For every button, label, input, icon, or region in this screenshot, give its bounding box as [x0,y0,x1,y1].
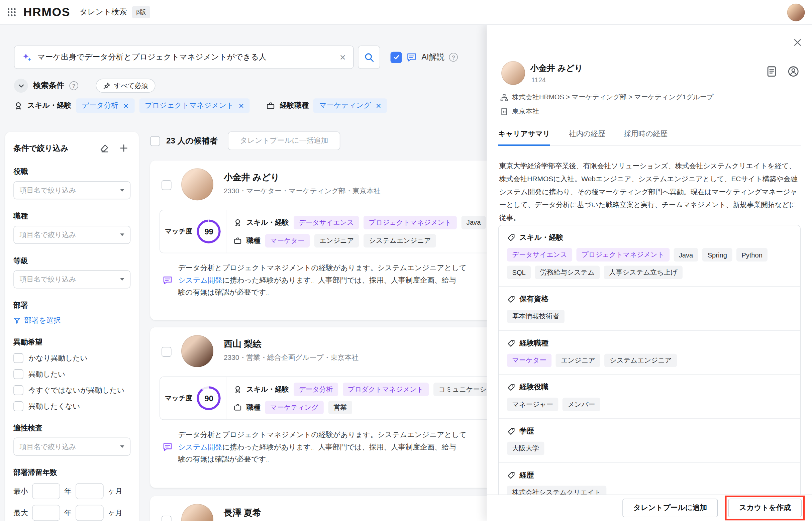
aptitude-filter-select[interactable]: 項目名で絞り込み [14,437,131,455]
section-skills: スキル・経験 データサイエンス プロジェクトマネジメント Java Spring… [499,225,800,287]
certification-chip: 基本情報技術者 [507,310,565,323]
grade-filter-select[interactable]: 項目名で絞り込み [14,270,131,288]
remove-chip-icon[interactable] [376,101,381,109]
filter-chip[interactable]: プロジェクトマネジメント [139,98,250,113]
remove-chip-icon[interactable] [123,101,129,109]
candidate-avatar [181,168,213,200]
chevron-down-icon [120,446,124,448]
report-icon[interactable] [766,65,778,80]
transfer-option[interactable]: 異動したくない [14,401,131,411]
skill-chip: 人事システム立ち上げ [604,266,682,279]
detail-actions [766,65,799,80]
building-icon [500,107,508,115]
skill-chip: Spring [702,248,732,262]
profile-icon[interactable] [787,65,799,80]
tenure-max-year-input[interactable] [32,505,60,521]
tenure-max-row: 最大 年 ヶ月 [14,505,131,521]
highlight-annotation: スカウトを作成 [725,496,805,520]
position-filter-select[interactable]: 項目名で絞り込み [14,181,131,199]
all-required-toggle[interactable]: すべて必須 [96,78,155,93]
tenure-min-year-input[interactable] [32,483,60,499]
add-to-talent-pool-button[interactable]: タレントプールに追加 [623,499,718,517]
conditions-help-icon[interactable] [69,81,78,90]
beta-badge: β版 [132,6,150,18]
transfer-filter-label: 異動希望 [14,338,131,347]
career-summary-text: 東京大学経済学部卒業後、有限会社ソリューションズ、株式会社システムクリエイトを経… [499,159,800,224]
transfer-option[interactable]: 今すぐではないが異動したい [14,385,131,395]
skill-chip: プロダクトマネジメント [342,383,429,396]
checkbox[interactable] [14,369,23,379]
detail-org-path: 株式会社HRMOS > マーケティング部 > マーケティング1グループ [512,93,713,102]
candidate-meta: 2330・営業・総合企画グループ・東京本社 [224,353,359,362]
grade-filter-label: 等級 [14,256,131,266]
skill-badge-icon [233,385,242,393]
checkbox[interactable] [14,385,23,395]
app-title: タレント検索 [80,7,127,17]
ai-explain-checkbox[interactable] [391,51,402,63]
bulk-add-to-pool-button[interactable]: タレントプールに一括追加 [228,131,340,150]
detail-tabs: キャリアサマリ 社内の経歴 採用時の経歴 [498,130,800,146]
tab-hiring-history[interactable]: 採用時の経歴 [624,130,668,146]
app-root: HRMOS タレント検索 β版 [0,0,812,521]
candidate-meta: 2330・マーケター・マーケティング部・東京本社 [224,186,381,196]
close-panel-icon[interactable] [793,39,802,49]
candidate-name[interactable]: 長澤 夏希 [224,507,262,519]
tab-internal-history[interactable]: 社内の経歴 [569,130,605,146]
candidate-detail-panel: 小金井 みどり 1124 株式会社HRMOS > マーケティング部 > マーケテ… [487,25,812,521]
match-score-ring: 99 [197,220,221,244]
section-certifications: 保有資格 基本情報技術者 [499,287,800,331]
jobtype-filter-label: 職種 [14,212,131,221]
detail-office-row: 東京本社 [500,107,539,116]
skill-chip: データサイエンス [294,216,359,229]
all-required-label: すべて必須 [114,81,148,90]
select-department-link[interactable]: 部署を選択 [14,316,131,325]
search-input[interactable] [37,53,334,62]
app-grid-icon[interactable] [7,8,16,16]
job-chip: マーケター [265,234,310,247]
briefcase-icon [267,101,275,110]
add-filter-icon[interactable] [117,141,131,155]
remove-chip-icon[interactable] [239,101,244,109]
detail-office: 東京本社 [512,107,539,116]
detail-footer: タレントプールに追加 スカウトを作成 [487,495,812,521]
candidate-name[interactable]: 西山 梨絵 [224,338,262,350]
detail-org-row: 株式会社HRMOS > マーケティング部 > マーケティング1グループ [500,93,714,102]
candidate-avatar [181,335,213,367]
role-chip: マネージャー [507,398,559,411]
clear-filters-icon[interactable] [97,141,111,155]
ai-bubble-icon [407,52,417,63]
skill-chip: 労務給与システム [535,266,600,279]
tag-icon [507,427,515,436]
filter-chip[interactable]: マーケティング [313,98,387,113]
candidate-checkbox[interactable] [161,180,171,190]
checkbox[interactable] [14,353,23,363]
chevron-down-icon [120,233,124,236]
user-avatar[interactable] [787,3,805,21]
select-all-checkbox[interactable] [150,136,160,145]
ai-summary: データ分析とプロジェクトマネジメントの経験があります。システムエンジニアとして … [162,262,467,299]
skill-chip: プロジェクトマネジメント [363,216,456,229]
help-icon[interactable] [449,53,458,62]
search-button[interactable] [358,45,380,69]
transfer-option[interactable]: 異動したい [14,369,131,379]
job-chip: システムエンジニア [364,234,436,247]
filter-chip[interactable]: データ分析 [76,98,134,113]
tenure-max-month-input[interactable] [75,505,104,521]
collapse-conditions-button[interactable] [14,78,28,93]
tenure-min-month-input[interactable] [75,483,104,499]
create-scout-button[interactable]: スカウトを作成 [728,499,802,517]
aptitude-filter-label: 適性検査 [14,424,131,433]
checkbox[interactable] [14,401,23,411]
skill-chip: Java [461,216,486,229]
org-chart-icon [500,94,508,101]
candidate-name[interactable]: 小金井 みどり [224,172,279,184]
candidate-checkbox[interactable] [161,516,171,521]
candidate-checkbox[interactable] [161,347,171,357]
job-chip: システムエンジニア [605,354,677,367]
sidebar-title: 条件で絞り込み [14,143,91,153]
tab-career-summary[interactable]: キャリアサマリ [498,130,550,146]
transfer-option[interactable]: かなり異動したい [14,353,131,363]
filter-sidebar: 条件で絞り込み 役職 項目名で絞り込み 職種 項目名で絞り込み [5,132,139,521]
clear-search-icon[interactable] [339,52,346,62]
jobtype-filter-select[interactable]: 項目名で絞り込み [14,226,131,244]
